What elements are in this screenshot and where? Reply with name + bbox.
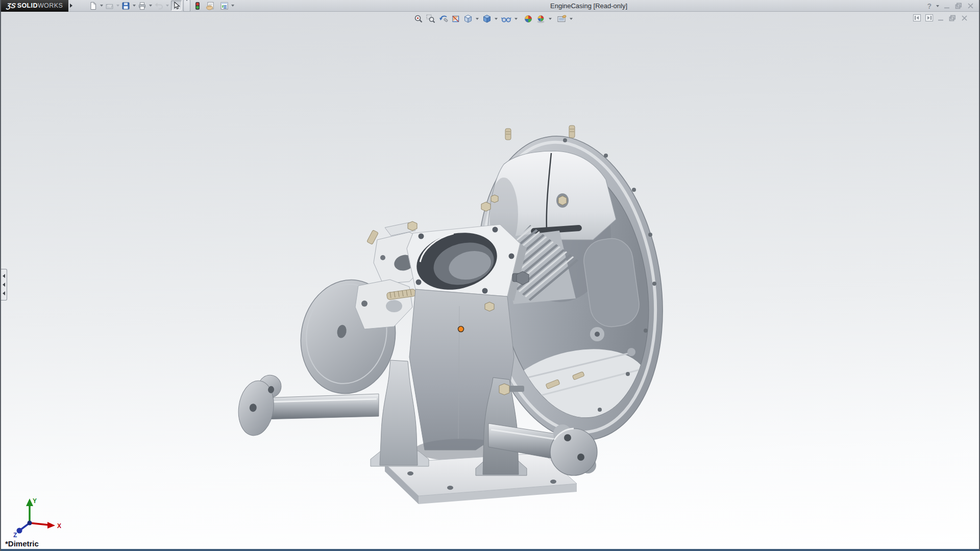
base-plate (385, 453, 577, 504)
titlebar-controls: ? (927, 0, 974, 12)
y-axis-arrow (26, 498, 33, 506)
window-title: EngineCasing [Read-only] (550, 2, 627, 10)
options-button[interactable] (220, 2, 229, 10)
z-axis-label: Z (13, 532, 17, 539)
zoom-to-fit-button[interactable] (414, 14, 423, 23)
minimize-document-icon[interactable] (938, 15, 944, 21)
save-icon (121, 2, 130, 10)
apply-scene-button[interactable] (536, 14, 546, 23)
titlebar: ƷS SOLID WORKS (1, 0, 979, 12)
flywheel-housing (459, 124, 681, 460)
upper-gasket (367, 222, 428, 284)
help-button[interactable]: ? (927, 2, 932, 10)
logo-brand-bold: SOLID (17, 2, 38, 9)
print-dropdown-caret[interactable] (149, 5, 152, 7)
splitter-arrow-icon (3, 291, 5, 295)
edit-appearance-icon (524, 14, 533, 23)
undo-icon (154, 2, 163, 10)
reference-triad: Y X Z (8, 496, 69, 542)
display-style-icon (482, 14, 492, 23)
menu-expand-arrow-icon[interactable] (70, 4, 72, 8)
collapse-feature-pane-button[interactable] (913, 14, 921, 21)
left-pedestal (371, 360, 429, 466)
hide-show-items-caret[interactable] (514, 18, 518, 20)
z-axis-arrow (17, 528, 22, 534)
previous-view-button[interactable] (438, 14, 448, 23)
section-view-icon (451, 14, 460, 23)
print-button[interactable] (138, 2, 146, 10)
help-dropdown-caret[interactable] (936, 5, 939, 7)
new-dropdown-caret[interactable] (100, 5, 103, 7)
hide-show-items-button[interactable] (501, 14, 511, 23)
select-dropdown-button[interactable] (183, 0, 190, 12)
view-settings-caret[interactable] (570, 18, 573, 20)
file-properties-button[interactable] (206, 2, 215, 10)
open-button[interactable] (105, 2, 114, 10)
view-orientation-button[interactable] (463, 14, 473, 23)
new-document-button[interactable] (89, 2, 97, 10)
view-orientation-label: *Dimetric (5, 539, 39, 548)
threaded-stud (386, 289, 415, 300)
print-icon (138, 2, 146, 10)
top-studs (505, 126, 575, 140)
side-bolt-dark (512, 271, 529, 285)
traffic-light-icon (194, 2, 201, 10)
close-document-icon[interactable] (961, 15, 968, 21)
save-dropdown-caret[interactable] (133, 5, 136, 7)
rebuild-traffic-light-button[interactable] (194, 2, 201, 10)
shroud-bolt-left (491, 195, 498, 203)
y-axis-label: Y (33, 497, 37, 505)
shroud-seam (547, 153, 551, 239)
plate-bolts (408, 202, 529, 311)
view-settings-icon (557, 14, 567, 23)
view-settings-button[interactable] (557, 14, 567, 23)
undo-dropdown-caret[interactable] (166, 5, 169, 7)
right-shaft-flange (550, 424, 597, 475)
origin-marker (458, 327, 464, 332)
display-style-button[interactable] (482, 14, 492, 23)
splitter-arrow-icon (3, 274, 5, 278)
feature-tree-collapsed-splitter[interactable] (1, 269, 7, 300)
expand-feature-pane-button[interactable] (925, 14, 933, 21)
options-dropdown-caret[interactable] (231, 5, 234, 7)
cylinder-bore (410, 224, 503, 298)
restore-document-icon[interactable] (949, 15, 957, 21)
fan-shroud-dome (487, 151, 616, 251)
triad-origin (28, 521, 32, 525)
engine-casing-model[interactable] (1, 0, 980, 551)
logo-brand-light: WORKS (38, 2, 63, 9)
cooling-fins (478, 210, 585, 312)
window-bottom-border (1, 549, 979, 551)
section-view-button[interactable] (451, 14, 460, 23)
restore-window-icon[interactable] (955, 3, 963, 9)
display-style-caret[interactable] (495, 18, 498, 20)
rim-holes (562, 138, 656, 437)
open-dropdown-caret[interactable] (116, 5, 119, 7)
left-shaft-flange (235, 371, 283, 439)
minimize-window-icon[interactable] (944, 3, 950, 9)
apply-scene-icon (536, 14, 546, 23)
shelf-studs (546, 371, 584, 389)
lower-left-bolt (499, 384, 524, 395)
bore-bolt-holes (416, 227, 514, 294)
hide-show-items-icon (501, 14, 511, 23)
select-arrow-icon (173, 2, 180, 10)
edit-appearance-button[interactable] (524, 14, 533, 23)
solidworks-logo: ƷS SOLID WORKS (1, 0, 68, 12)
apply-scene-caret[interactable] (549, 18, 552, 20)
close-window-icon[interactable] (967, 3, 974, 9)
document-window-controls (913, 14, 968, 21)
right-pedestal (476, 378, 527, 475)
zoom-to-area-button[interactable] (426, 14, 435, 23)
select-tool-button[interactable] (171, 1, 182, 11)
panel-collapse-left-icon (914, 15, 920, 20)
save-button[interactable] (121, 2, 130, 10)
view-orientation-icon (463, 14, 473, 23)
view-orientation-caret[interactable] (476, 18, 479, 20)
zoom-to-fit-icon (414, 14, 423, 23)
shroud-bolt (556, 193, 569, 208)
heads-up-view-toolbar (412, 14, 575, 24)
left-shaft (235, 371, 379, 439)
undo-button[interactable] (154, 2, 163, 10)
open-icon (105, 2, 114, 10)
